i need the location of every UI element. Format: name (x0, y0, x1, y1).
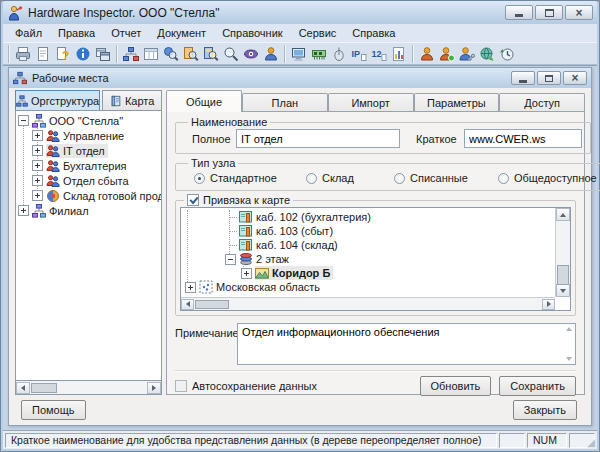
tree-item-accounting[interactable]: Бухгалтерия (16, 158, 161, 173)
tab-parameters[interactable]: Параметры (414, 93, 500, 112)
map-item-corridor-b[interactable]: Коридор Б (183, 266, 552, 280)
help-button[interactable]: Помощь (21, 400, 86, 420)
note-textarea[interactable]: Отдел информационного обеспечения (237, 323, 576, 365)
view-icon[interactable] (241, 44, 261, 64)
menu-reference[interactable]: Справочник (214, 26, 291, 40)
report-icon[interactable] (33, 44, 53, 64)
scroll-up-button[interactable] (556, 208, 570, 221)
info-icon[interactable] (73, 44, 93, 64)
radio-icon[interactable] (194, 173, 205, 184)
full-name-input[interactable] (236, 129, 400, 148)
help-document-icon[interactable]: ? (53, 44, 73, 64)
map-item-room-103[interactable]: каб. 103 (сбыт) (183, 224, 552, 238)
workplaces-restore-button[interactable] (537, 71, 561, 85)
scroll-down-button[interactable] (564, 357, 573, 361)
map-item-room-104[interactable]: каб. 104 (склад) (183, 238, 552, 252)
tree-item-company[interactable]: ООО "Стелла" (16, 113, 161, 128)
scroll-right-button[interactable] (147, 382, 161, 394)
user-settings-icon[interactable] (457, 44, 477, 64)
maximize-button[interactable] (535, 5, 563, 20)
tab-orgstructure[interactable]: Оргструктура (15, 90, 100, 110)
search-document-icon[interactable] (181, 44, 201, 64)
radio-warehouse[interactable]: Склад (306, 172, 394, 184)
computer-icon[interactable] (289, 44, 309, 64)
expand-icon[interactable] (185, 282, 196, 293)
workplaces-minimize-button[interactable] (511, 71, 535, 85)
scroll-down-button[interactable] (556, 284, 570, 297)
table-icon[interactable] (141, 44, 161, 64)
device-icon[interactable] (329, 44, 349, 64)
workplaces-icon[interactable] (121, 44, 141, 64)
employee-icon[interactable] (417, 44, 437, 64)
scroll-thumb[interactable] (31, 383, 57, 393)
tree-item-sales[interactable]: Отдел сбыта (16, 173, 161, 188)
menu-document[interactable]: Документ (149, 26, 214, 40)
tab-access[interactable]: Доступ (499, 93, 585, 112)
close-button[interactable]: × (565, 5, 593, 20)
search-object-icon[interactable] (161, 44, 181, 64)
menu-help[interactable]: Справка (344, 26, 403, 40)
autosave-checkbox-row[interactable]: Автосохранение данных (175, 380, 317, 392)
scroll-left-button[interactable] (181, 299, 194, 310)
search-component-icon[interactable] (201, 44, 221, 64)
scroll-right-button[interactable] (542, 299, 555, 310)
menu-report[interactable]: Отчет (103, 26, 149, 40)
expand-icon[interactable] (18, 205, 29, 216)
map-item-moscow-region[interactable]: Московская область (183, 280, 552, 294)
close-dialog-button[interactable]: Закрыть (513, 400, 577, 420)
map-tree-vertical-scrollbar[interactable] (555, 208, 570, 297)
windows-icon[interactable] (93, 44, 113, 64)
expand-icon[interactable] (32, 175, 43, 186)
web-icon[interactable] (477, 44, 497, 64)
autosave-checkbox[interactable] (175, 380, 187, 392)
tab-plan[interactable]: План (242, 93, 328, 112)
expand-icon[interactable] (32, 160, 43, 171)
map-binding-checkbox[interactable] (187, 194, 199, 206)
workplaces-close-button[interactable]: × (563, 71, 587, 85)
short-name-input[interactable] (464, 129, 582, 148)
employee-status-icon[interactable] (437, 44, 457, 64)
radio-icon[interactable] (498, 173, 509, 184)
print-icon[interactable] (13, 44, 33, 64)
menu-edit[interactable]: Правка (50, 26, 103, 40)
refresh-button[interactable]: Обновить (420, 376, 492, 396)
map-tree-horizontal-scrollbar[interactable] (181, 297, 555, 310)
chart-icon[interactable] (389, 44, 409, 64)
scroll-left-button[interactable] (16, 382, 30, 394)
memory-icon[interactable] (309, 44, 329, 64)
menu-service[interactable]: Сервис (291, 26, 345, 40)
ip-icon[interactable]: IP (349, 44, 369, 64)
radio-standard[interactable]: Стандартное (194, 172, 306, 184)
expand-icon[interactable] (32, 145, 43, 156)
resize-grip[interactable]: ◢ (587, 438, 595, 448)
collapse-icon[interactable] (18, 115, 29, 126)
scroll-thumb[interactable] (195, 300, 229, 309)
expand-icon[interactable] (32, 190, 43, 201)
tab-import[interactable]: Импорт (328, 93, 414, 112)
user-icon[interactable] (261, 44, 281, 64)
org-tree-horizontal-scrollbar[interactable] (15, 381, 162, 395)
minimize-button[interactable] (505, 5, 533, 20)
collapse-icon[interactable] (225, 254, 236, 265)
number-12-icon[interactable]: 12 (369, 44, 389, 64)
tree-item-it-department[interactable]: IT отдел (16, 143, 161, 158)
tab-general[interactable]: Общие (166, 90, 242, 112)
map-item-floor-2[interactable]: 2 этаж (183, 252, 552, 266)
radio-public[interactable]: Общедоступное (498, 172, 597, 184)
radio-icon[interactable] (306, 173, 317, 184)
menu-file[interactable]: Файл (7, 26, 50, 40)
radio-written-off[interactable]: Списанные (394, 172, 498, 184)
expand-icon[interactable] (241, 268, 252, 279)
tab-map[interactable]: Карта (102, 90, 162, 110)
tree-item-branch[interactable]: Филиал (16, 203, 161, 218)
scroll-thumb[interactable] (557, 265, 569, 285)
history-icon[interactable] (497, 44, 517, 64)
scroll-up-button[interactable] (564, 327, 573, 331)
map-item-room-102[interactable]: каб. 102 (бухгалтерия) (183, 210, 552, 224)
tree-item-management[interactable]: Управление (16, 128, 161, 143)
expand-icon[interactable] (32, 130, 43, 141)
tree-item-warehouse[interactable]: Склад готовой продукции (16, 188, 161, 203)
search-icon[interactable] (221, 44, 241, 64)
save-button[interactable]: Сохранить (499, 376, 576, 396)
radio-icon[interactable] (394, 173, 405, 184)
